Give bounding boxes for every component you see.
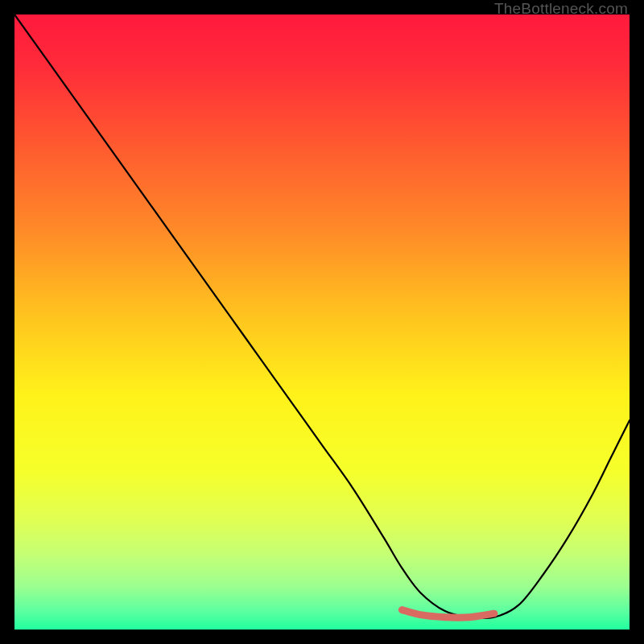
curve-layer bbox=[14, 14, 630, 630]
plot-area bbox=[14, 14, 630, 630]
watermark: TheBottleneck.com bbox=[494, 0, 628, 18]
chart-frame: { "watermark": "TheBottleneck.com", "col… bbox=[0, 0, 644, 644]
bottleneck-curve bbox=[14, 14, 630, 618]
optimum-marker bbox=[402, 610, 494, 618]
